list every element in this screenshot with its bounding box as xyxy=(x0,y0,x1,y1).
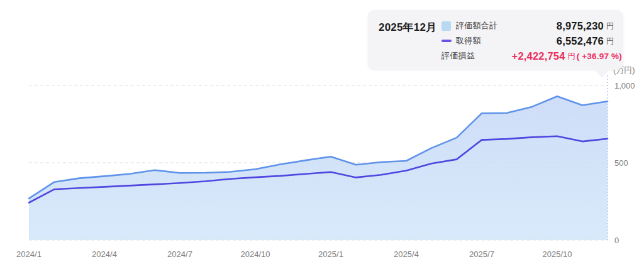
y-tick-1,000: 1,000 xyxy=(614,81,635,90)
profit-unit: 円 xyxy=(568,51,575,62)
cost-label: 取得額 xyxy=(456,35,481,46)
tooltip-date-title: 2025年12月 xyxy=(379,19,441,35)
chart-tooltip: 2025年12月 評価額合計 8,975,230 円 取得額 6,552,476… xyxy=(368,10,623,70)
cost-legend-swatch-icon xyxy=(441,40,452,43)
cost-unit: 円 xyxy=(606,36,614,46)
valuation-label: 評価額合計 xyxy=(456,20,498,31)
valuation-total-row: 評価額合計 8,975,230 円 xyxy=(441,19,614,33)
cost-value: 6,552,476 xyxy=(557,35,604,47)
x-tick-2024/10: 2024/10 xyxy=(241,249,270,259)
cost-swatch-col xyxy=(441,40,456,43)
y-tick-0: 0 xyxy=(614,236,619,245)
valuation-legend-swatch-icon xyxy=(441,21,451,31)
x-tick-2024/4: 2024/4 xyxy=(92,249,117,259)
x-tick-2025/1: 2025/1 xyxy=(318,249,343,259)
y-tick-500: 500 xyxy=(614,158,628,168)
tooltip-rows: 評価額合計 8,975,230 円 取得額 6,552,476 円 評価損益 +… xyxy=(441,19,614,63)
profit-label: 評価損益 xyxy=(441,50,475,62)
valuation-unit: 円 xyxy=(606,21,614,31)
x-tick-2024/7: 2024/7 xyxy=(167,249,192,259)
cost-row: 取得額 6,552,476 円 xyxy=(441,34,614,48)
x-tick-2024/1: 2024/1 xyxy=(16,249,42,259)
valuation-swatch-col xyxy=(441,21,456,31)
x-tick-2025/7: 2025/7 xyxy=(469,249,494,259)
profit-value: +2,422,754 xyxy=(512,50,565,62)
valuation-area-fill xyxy=(29,96,608,240)
x-tick-2025/4: 2025/4 xyxy=(394,249,419,259)
profit-row: 評価損益 +2,422,754 円 ( +36.97 %) xyxy=(441,49,622,63)
tooltip-caret xyxy=(594,69,610,78)
x-tick-2025/10: 2025/10 xyxy=(543,249,572,259)
valuation-value: 8,975,230 xyxy=(557,20,604,32)
profit-percent: ( +36.97 %) xyxy=(577,52,622,61)
